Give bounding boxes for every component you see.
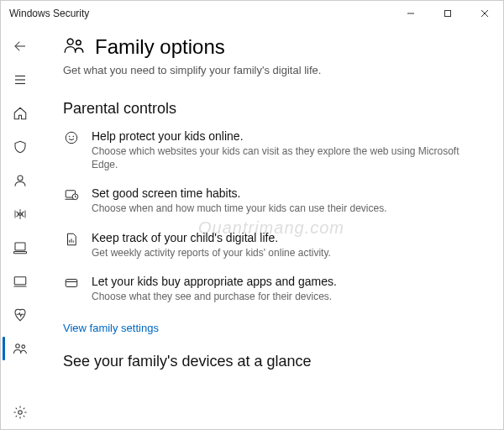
page-title: Family options [95, 35, 225, 59]
item-title: Set good screen time habits. [92, 186, 480, 200]
svg-point-20 [69, 136, 70, 137]
view-family-settings-link[interactable]: View family settings [63, 322, 159, 334]
titlebar: Windows Security [1, 1, 503, 26]
minimize-button[interactable] [392, 1, 429, 26]
svg-point-8 [18, 176, 23, 181]
sidebar-item-device-performance[interactable] [1, 298, 39, 332]
svg-point-18 [76, 40, 81, 45]
close-button[interactable] [466, 1, 503, 26]
svg-rect-12 [14, 277, 26, 285]
window-body: Family options Get what you need to simp… [1, 26, 503, 429]
item-title: Help protect your kids online. [92, 129, 480, 143]
svg-point-21 [73, 136, 74, 137]
page-header: Family options [63, 34, 480, 59]
sidebar-item-device-security[interactable] [1, 265, 39, 298]
item-title: Let your kids buy appropriate apps and g… [92, 275, 480, 288]
svg-point-16 [18, 411, 23, 415]
item-desc: Choose which websites your kids can visi… [92, 144, 480, 171]
back-button[interactable] [1, 29, 39, 63]
card-icon [63, 275, 80, 292]
svg-point-17 [67, 39, 73, 45]
sidebar [1, 26, 39, 429]
main-content: Family options Get what you need to simp… [39, 26, 503, 429]
item-purchases: Let your kids buy appropriate apps and g… [63, 275, 480, 303]
item-desc: Choose when and how much time your kids … [92, 202, 480, 215]
sidebar-item-virus[interactable] [1, 130, 39, 164]
sidebar-item-account[interactable] [1, 164, 39, 197]
item-desc: Get weekly activity reports of your kids… [92, 246, 480, 260]
svg-rect-10 [15, 243, 25, 250]
svg-point-15 [22, 345, 25, 349]
section-parental-controls: Parental controls [63, 100, 480, 118]
sidebar-item-settings[interactable] [1, 396, 39, 429]
maximize-button[interactable] [429, 1, 466, 26]
sidebar-item-family[interactable] [1, 332, 39, 365]
sidebar-item-app-browser[interactable] [1, 231, 39, 265]
section-devices-glance: See your family's devices at a glance [63, 353, 480, 370]
sidebar-item-home[interactable] [1, 97, 39, 130]
item-title: Keep track of your child's digital life. [92, 231, 480, 244]
svg-point-14 [16, 344, 20, 349]
sidebar-item-firewall[interactable] [1, 197, 39, 231]
item-track-activity: Keep track of your child's digital life.… [63, 231, 480, 260]
smiley-icon [63, 130, 80, 147]
item-protect-online: Help protect your kids online. Choose wh… [63, 129, 480, 171]
screen-time-icon [63, 187, 80, 204]
window-title: Windows Security [9, 8, 89, 19]
item-screen-time: Set good screen time habits. Choose when… [63, 186, 480, 215]
svg-point-19 [66, 132, 77, 144]
report-icon [63, 232, 80, 249]
window: Windows Security [0, 0, 504, 430]
page-subtitle: Get what you need to simplify your famil… [63, 64, 480, 76]
family-icon [63, 34, 85, 59]
menu-button[interactable] [1, 63, 39, 97]
svg-rect-28 [66, 279, 77, 286]
item-desc: Choose what they see and purchase for th… [92, 290, 480, 303]
svg-rect-1 [445, 11, 451, 17]
svg-rect-11 [14, 252, 27, 254]
